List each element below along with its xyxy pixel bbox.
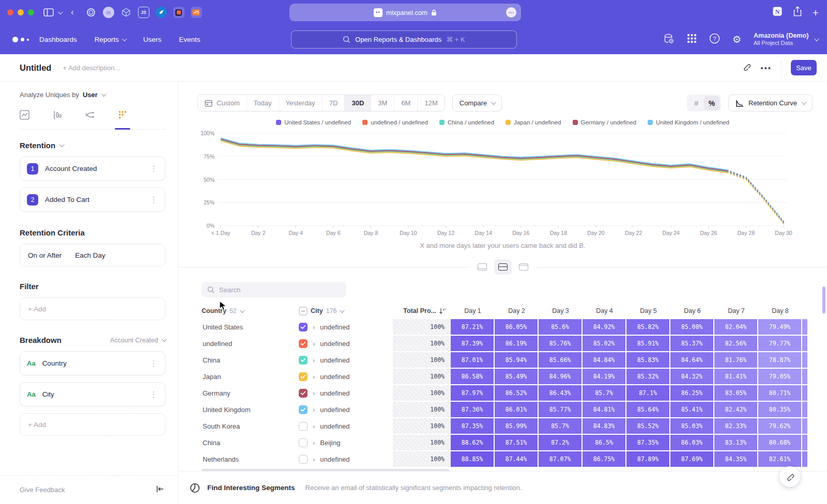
retention-value-cell[interactable]: 82.04% [714,319,758,335]
global-search-input[interactable]: Open Reports & Dashboards ⌘ + K [291,30,517,49]
tab-insights[interactable] [20,110,29,122]
retention-value-cell[interactable]: 87.21% [451,319,495,335]
retention-value-cell[interactable]: 84.81% [583,402,626,417]
compare-button[interactable]: Compare [452,94,502,112]
nav-reports[interactable]: Reports [95,36,126,43]
criteria-interval[interactable]: Each Day [75,251,105,259]
row-checkbox-checked[interactable] [299,356,308,365]
country-column-header[interactable]: Country52 [202,307,299,314]
retention-value-cell[interactable]: 84.83% [583,418,626,434]
range-today-button[interactable]: Today [247,95,279,111]
tab-funnels[interactable] [52,110,62,122]
retention-value-cell[interactable]: 85.08% [670,319,714,335]
maximize-window-button[interactable] [28,9,34,15]
table-row[interactable]: undefined › undefined 100%87.39%86.19%85… [202,336,807,351]
retention-value-cell[interactable]: 87.07% [539,451,583,467]
collapse-sidebar-icon[interactable] [156,485,164,494]
retention-value-cell[interactable]: 84.92% [583,319,626,335]
retention-value-cell[interactable]: 84.35% [714,451,758,467]
breakdown-property-card[interactable]: Aa City ⋮ [20,382,165,406]
retention-value-cell[interactable]: 79.62% [758,418,802,434]
retention-value-cell[interactable]: 84.32% [670,369,714,384]
row-checkbox-checked[interactable] [299,372,308,381]
add-description-button[interactable]: + Add description... [63,64,120,72]
legend-item[interactable]: United States / undefined [276,119,351,125]
retention-value-cell[interactable]: 78.87% [758,352,802,368]
retention-value-cell[interactable]: 81.76% [714,352,758,368]
retention-value-cell[interactable]: 85.76% [539,336,583,351]
expand-row-chevron[interactable]: › [313,323,315,331]
day-column-header[interactable]: Day 3 [539,307,583,314]
retention-value-cell[interactable]: 86.52% [495,385,539,401]
retention-value-cell[interactable]: 82.61% [758,451,802,467]
retention-value-cell[interactable]: 86.5% [583,435,626,450]
breakdown-options-kebab[interactable]: ⋮ [150,390,158,399]
retention-value-cell[interactable]: 87.89% [626,451,670,467]
chart-type-selector[interactable]: Retention Curve [728,94,813,112]
table-row[interactable]: Japan › undefined 100%86.58%85.49%84.96%… [202,369,807,384]
day-column-header[interactable]: Day 2 [495,307,539,314]
row-checkbox-checked[interactable] [299,405,308,414]
analyze-value-dropdown[interactable]: User [83,91,98,99]
sidebar-toggle-icon[interactable] [43,8,54,17]
retention-value-cell[interactable]: 87.69% [670,451,714,467]
retention-value-cell[interactable]: 85.94% [495,352,539,368]
count-format-button[interactable]: # [688,96,704,110]
retention-value-cell[interactable]: 87.44% [495,451,539,467]
retention-value-cell[interactable]: 85.7% [583,385,626,401]
retention-value-cell[interactable]: 87.39% [451,336,495,351]
table-row[interactable]: South Korea › undefined 100%87.35%85.99%… [202,418,807,434]
retention-value-cell[interactable]: 87.1% [626,385,670,401]
retention-value-cell[interactable]: 87.35% [451,418,495,434]
retention-value-cell[interactable]: 86.01% [495,402,539,417]
expand-row-chevron[interactable]: › [313,389,315,397]
row-checkbox-checked[interactable] [299,389,308,398]
row-checkbox-unchecked[interactable] [299,455,308,464]
retention-value-cell[interactable]: 85.99% [495,418,539,434]
retention-value-cell[interactable]: 83.05% [714,385,758,401]
close-window-button[interactable] [7,9,13,15]
row-checkbox-checked[interactable] [299,339,308,348]
total-column-header[interactable]: Total Pro... [393,307,451,314]
select-all-checkbox[interactable] [299,307,308,316]
retention-value-cell[interactable]: 86.25% [670,385,714,401]
breakdown-property-label[interactable]: City [42,390,150,398]
filter-add-button[interactable]: + Add [20,297,165,320]
expand-row-chevron[interactable]: › [313,422,315,430]
percent-format-button[interactable]: % [704,96,719,110]
expand-row-chevron[interactable]: › [313,455,315,463]
apps-grid-icon[interactable] [687,34,697,45]
retention-value-cell[interactable]: 84.96% [539,369,583,384]
retention-value-cell[interactable]: 82.33% [714,418,758,434]
soundcloud-extension-icon[interactable] [191,7,202,18]
expand-row-chevron[interactable]: › [313,373,315,381]
retention-value-cell[interactable]: 79.49% [758,319,802,335]
table-row[interactable]: Netherlands › undefined 100%88.85%87.44%… [202,451,807,467]
step-event-label[interactable]: Account Created [45,165,150,172]
layout-table-only-button[interactable] [515,259,532,275]
retention-value-cell[interactable]: 85.52% [626,418,670,434]
city-column-header[interactable]: City176 [299,307,393,316]
range-3m-button[interactable]: 3M [371,95,394,111]
retention-value-cell[interactable]: 85.32% [626,369,670,384]
retention-value-cell[interactable]: 86.03% [670,435,714,450]
day-column-header[interactable]: Day 5 [626,307,670,314]
segments-title[interactable]: Find Interesting Segments [207,484,295,492]
nav-dashboards[interactable]: Dashboards [39,36,77,43]
layout-split-button[interactable] [494,259,512,275]
retention-step-card[interactable]: 1 Account Created ⋮ [20,156,165,181]
mixpanel-logo[interactable] [12,37,34,42]
retention-value-cell[interactable]: 84.19% [583,369,626,384]
extensions-more-badge[interactable]: ⋯ [506,7,516,18]
range-7d-button[interactable]: 7D [323,95,345,111]
retention-value-cell[interactable]: 79.77% [758,336,802,351]
retention-step-card[interactable]: 2 Added To Cart ⋮ [20,187,165,212]
retention-value-cell[interactable]: 87.01% [451,352,495,368]
retention-value-cell[interactable]: 85.7% [539,418,583,434]
retention-value-cell[interactable]: 84.64% [670,352,714,368]
give-feedback-link[interactable]: Give Feedback [20,486,65,494]
retention-value-cell[interactable]: 83.13% [714,435,758,450]
retention-value-cell[interactable]: 87.35% [626,435,670,450]
breakdown-options-kebab[interactable]: ⋮ [150,359,158,368]
data-management-icon[interactable] [663,33,675,46]
